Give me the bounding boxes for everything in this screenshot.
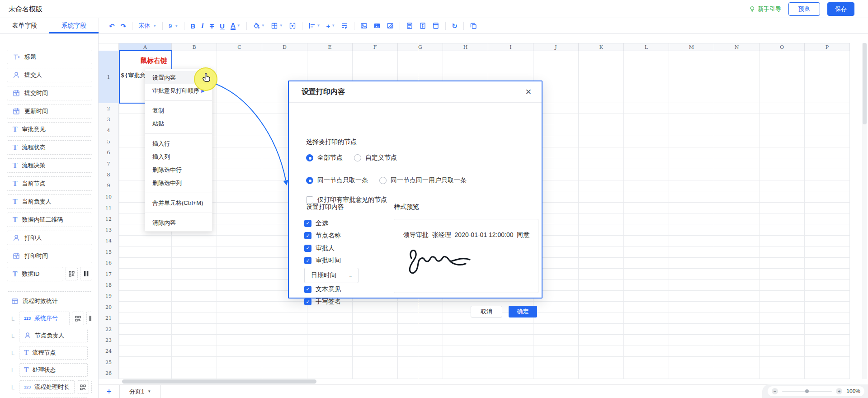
column-header-I[interactable]: I bbox=[488, 43, 533, 51]
column-header-P[interactable]: P bbox=[805, 43, 850, 51]
menu-item-清除内容[interactable]: 清除内容 bbox=[145, 216, 212, 229]
font-color-icon[interactable]: A▼ bbox=[231, 22, 241, 30]
row-header-23[interactable]: 23 bbox=[99, 335, 119, 346]
row-header-11[interactable]: 11 bbox=[99, 203, 119, 213]
row-header-21[interactable]: 21 bbox=[99, 313, 119, 324]
undo-icon[interactable]: ↶ bbox=[109, 23, 115, 29]
row-header-13[interactable]: 13 bbox=[99, 224, 119, 235]
drag-barcode-chip[interactable] bbox=[91, 380, 92, 394]
row-header-5[interactable]: 5 bbox=[99, 136, 119, 147]
checkbox-文本意见[interactable]: ✓文本意见 bbox=[304, 283, 341, 296]
menu-item-粘贴[interactable]: 粘贴 bbox=[145, 117, 212, 130]
column-header-D[interactable]: D bbox=[262, 43, 307, 51]
row-header-18[interactable]: 18 bbox=[99, 280, 119, 290]
fill-color-icon[interactable]: ▼ bbox=[253, 22, 265, 29]
strikethrough-icon[interactable]: T bbox=[210, 23, 214, 29]
merge-cells-icon[interactable] bbox=[289, 22, 296, 29]
field-item[interactable]: 标题 bbox=[7, 50, 92, 64]
field-item[interactable]: 打印时间 bbox=[7, 249, 92, 263]
field-item[interactable]: 123系统序号 bbox=[19, 312, 70, 325]
row-header-3[interactable]: 3 bbox=[99, 114, 119, 125]
toolbar-font-size-select[interactable]: 9▼ bbox=[169, 23, 178, 29]
column-header-F[interactable]: F bbox=[353, 43, 398, 51]
row-header-8[interactable]: 8 bbox=[99, 169, 119, 180]
vertical-scrollbar-thumb[interactable] bbox=[863, 43, 867, 124]
menu-item-插入列[interactable]: 插入列 bbox=[145, 150, 212, 163]
grid-corner-cell[interactable] bbox=[99, 43, 119, 51]
page-tab[interactable]: 分页1 ▼ bbox=[119, 385, 161, 398]
field-item[interactable]: 节点负责人 bbox=[19, 329, 88, 342]
drag-qr-chip[interactable] bbox=[72, 312, 84, 325]
row-header-24[interactable]: 24 bbox=[99, 346, 119, 357]
field-item[interactable]: 打印人 bbox=[7, 231, 92, 245]
underline-icon[interactable]: U bbox=[220, 23, 225, 29]
beginner-guide-link[interactable]: 新手引导 bbox=[749, 5, 781, 13]
radio-全部节点[interactable]: 全部节点 bbox=[306, 154, 343, 162]
zoom-in-button[interactable]: + bbox=[836, 388, 842, 394]
field-item[interactable]: 提交时间 bbox=[7, 86, 92, 100]
field-item[interactable]: T数据ID bbox=[7, 267, 63, 281]
bold-icon[interactable]: B bbox=[190, 23, 195, 29]
row-header-25[interactable]: 25 bbox=[99, 357, 119, 368]
checkbox-审批人[interactable]: ✓审批人 bbox=[304, 242, 341, 255]
row-header-6[interactable]: 6 bbox=[99, 147, 119, 158]
watermark-icon[interactable] bbox=[387, 22, 394, 29]
column-header-M[interactable]: M bbox=[669, 43, 714, 51]
menu-item-删除选中列[interactable]: 删除选中列 bbox=[145, 176, 212, 190]
row-header-7[interactable]: 7 bbox=[99, 158, 119, 169]
italic-icon[interactable]: I bbox=[201, 23, 204, 29]
column-header-C[interactable]: C bbox=[217, 43, 262, 51]
confirm-button[interactable]: 确定 bbox=[509, 306, 537, 317]
row-header-10[interactable]: 10 bbox=[99, 191, 119, 202]
text-wrap-icon[interactable] bbox=[341, 22, 348, 29]
time-format-select[interactable]: 日期时间 ⌄ bbox=[304, 268, 359, 283]
horizontal-scrollbar[interactable] bbox=[122, 379, 316, 384]
row-height-icon[interactable] bbox=[419, 22, 426, 29]
row-header-4[interactable]: 4 bbox=[99, 125, 119, 136]
borders-icon[interactable]: ▼ bbox=[271, 22, 283, 29]
row-header-2[interactable]: 2 bbox=[99, 103, 119, 114]
column-header-K[interactable]: K bbox=[579, 43, 624, 51]
field-item[interactable]: 123流程处理时长 bbox=[19, 380, 75, 394]
redo-icon[interactable]: ↷ bbox=[121, 23, 127, 29]
checkbox-审批时间[interactable]: ✓审批时间 bbox=[304, 255, 341, 267]
zoom-out-button[interactable]: − bbox=[772, 388, 778, 394]
image-filled-icon[interactable] bbox=[373, 22, 381, 29]
radio-自定义节点[interactable]: 自定义节点 bbox=[354, 154, 397, 162]
field-item[interactable]: T当前负责人 bbox=[7, 194, 92, 209]
menu-item-删除选中行[interactable]: 删除选中行 bbox=[145, 163, 212, 176]
menu-item-插入行[interactable]: 插入行 bbox=[145, 137, 212, 150]
column-header-A[interactable]: A bbox=[119, 43, 172, 51]
template-title[interactable]: 未命名模版 bbox=[8, 4, 43, 16]
column-header-L[interactable]: L bbox=[624, 43, 669, 51]
header-settings-icon[interactable] bbox=[432, 22, 439, 29]
column-header-J[interactable]: J bbox=[533, 43, 579, 51]
close-icon[interactable]: ✕ bbox=[525, 87, 532, 97]
align-left-icon[interactable]: ▼ bbox=[308, 22, 321, 29]
save-button[interactable]: 保存 bbox=[827, 2, 854, 16]
column-header-E[interactable]: E bbox=[307, 43, 353, 51]
field-item[interactable]: T当前节点 bbox=[7, 176, 92, 191]
row-header-26[interactable]: 26 bbox=[99, 368, 119, 379]
column-header-H[interactable]: H bbox=[443, 43, 488, 51]
field-item[interactable]: 更新时间 bbox=[7, 104, 92, 118]
checkbox-节点名称[interactable]: ✓节点名称 bbox=[304, 230, 341, 242]
row-header-9[interactable]: 9 bbox=[99, 180, 119, 191]
column-header-G[interactable]: G bbox=[398, 43, 443, 51]
field-item[interactable]: T流程状态 bbox=[7, 140, 92, 155]
preview-button[interactable]: 预览 bbox=[788, 2, 820, 16]
row-header-20[interactable]: 20 bbox=[99, 302, 119, 313]
column-header-O[interactable]: O bbox=[760, 43, 805, 51]
row-header-16[interactable]: 16 bbox=[99, 258, 119, 269]
cancel-button[interactable]: 取消 bbox=[471, 306, 502, 317]
radio-同一节点只取一条[interactable]: 同一节点只取一条 bbox=[306, 176, 368, 185]
toolbar-font-select[interactable]: 宋体▼ bbox=[138, 22, 156, 30]
vertical-align-icon[interactable]: +▼ bbox=[326, 23, 335, 29]
checkbox-手写签名[interactable]: ✓手写签名 bbox=[304, 296, 341, 308]
row-header-12[interactable]: 12 bbox=[99, 213, 119, 224]
refresh-icon[interactable]: ↻ bbox=[452, 23, 458, 29]
drag-qr-chip[interactable] bbox=[77, 380, 89, 394]
copy-format-icon[interactable] bbox=[470, 22, 477, 29]
field-item[interactable]: T处理状态 bbox=[19, 363, 88, 377]
row-header-22[interactable]: 22 bbox=[99, 324, 119, 335]
